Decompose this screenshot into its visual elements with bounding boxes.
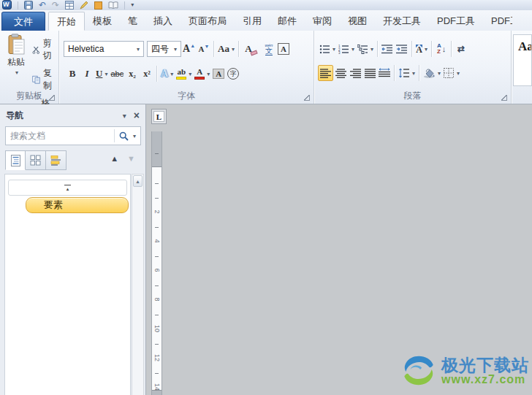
collapse-icon: ▴ bbox=[64, 185, 71, 191]
multilevel-list-button[interactable]: ▾ bbox=[356, 41, 375, 57]
next-result-icon[interactable]: ▼ bbox=[127, 154, 135, 163]
tab-stop-selector[interactable]: L bbox=[151, 109, 167, 124]
close-icon[interactable]: × bbox=[134, 110, 140, 120]
borders-button[interactable]: ▾ bbox=[442, 65, 461, 81]
character-border-button[interactable]: A bbox=[276, 41, 291, 57]
previous-result-icon[interactable]: ▲ bbox=[110, 154, 118, 163]
save-icon[interactable] bbox=[24, 0, 33, 9]
tab-stop-glyph: L bbox=[156, 112, 162, 121]
qat-customize-dropdown-icon[interactable]: ▾ bbox=[131, 0, 134, 9]
italic-glyph: I bbox=[85, 68, 88, 80]
highlight-color-button[interactable]: ab▾ bbox=[175, 66, 193, 82]
align-center-button[interactable] bbox=[333, 65, 348, 81]
font-name-combo[interactable]: Helvetica ▾ bbox=[64, 41, 144, 57]
underline-button[interactable]: U▾ bbox=[94, 66, 109, 82]
sort-button[interactable]: AZ ↓ bbox=[434, 41, 449, 57]
book-icon[interactable] bbox=[108, 0, 118, 9]
superscript-button[interactable]: x² bbox=[140, 66, 154, 82]
change-case-button[interactable]: Aa▾ bbox=[216, 41, 236, 57]
scissors-icon bbox=[32, 45, 40, 55]
redo-icon[interactable]: ↷ bbox=[52, 0, 59, 9]
paragraph-dialog-launcher-icon[interactable] bbox=[501, 95, 507, 101]
increase-indent-button[interactable] bbox=[395, 41, 409, 57]
tab-view[interactable]: 视图 bbox=[340, 12, 375, 31]
browse-results-tab[interactable] bbox=[46, 150, 66, 170]
divider bbox=[156, 66, 157, 82]
align-left-button[interactable] bbox=[318, 65, 333, 81]
paragraph-group-label: 段落 bbox=[314, 90, 511, 102]
highlight-block-icon[interactable] bbox=[94, 0, 102, 9]
grow-font-button[interactable]: A▲ bbox=[181, 41, 197, 57]
chevron-down-icon: ▾ bbox=[332, 46, 335, 53]
numbering-button[interactable]: 123 ▾ bbox=[337, 41, 356, 57]
strikethrough-button[interactable]: abc bbox=[109, 66, 125, 82]
formatting-marks-icon: ⇄ bbox=[457, 44, 465, 54]
tab-review[interactable]: 审阅 bbox=[305, 12, 340, 31]
bullets-button[interactable]: ▾ bbox=[318, 41, 337, 57]
nav-scrollbar[interactable]: ▲ bbox=[132, 174, 144, 395]
bold-button[interactable]: B bbox=[65, 66, 80, 82]
phonetic-guide-button[interactable]: wén文 bbox=[262, 41, 276, 57]
tab-pdf-tools-2[interactable]: PDF工具 bbox=[483, 12, 512, 31]
tab-insert[interactable]: 插入 bbox=[145, 12, 180, 31]
tab-file[interactable]: 文件 bbox=[1, 12, 45, 31]
font-dialog-launcher-icon[interactable] bbox=[304, 95, 310, 101]
collapse-heading-item[interactable]: ▴ bbox=[8, 180, 127, 196]
tiny-down-arrow-icon: ▼ bbox=[205, 44, 210, 49]
character-shading-button[interactable]: A bbox=[211, 66, 226, 82]
enclose-characters-button[interactable]: 字 bbox=[226, 66, 240, 82]
tab-page-layout[interactable]: 页面布局 bbox=[180, 12, 235, 31]
pane-options-dropdown-icon[interactable]: ▾ bbox=[123, 112, 126, 120]
divider bbox=[18, 1, 18, 9]
text-effects-button[interactable]: A▾ bbox=[159, 66, 175, 82]
undo-icon[interactable]: ↶ bbox=[39, 0, 46, 9]
table-icon[interactable] bbox=[65, 0, 74, 9]
decrease-indent-button[interactable] bbox=[380, 41, 395, 57]
search-button[interactable]: ▾ bbox=[115, 131, 140, 141]
browse-headings-tab[interactable] bbox=[5, 150, 26, 170]
align-right-button[interactable] bbox=[348, 65, 362, 81]
shrink-font-button[interactable]: A▼ bbox=[197, 41, 211, 57]
decrease-indent-icon bbox=[381, 45, 393, 54]
paste-button[interactable]: 粘贴 ▾ bbox=[2, 34, 30, 89]
line-spacing-button[interactable]: ▾ bbox=[397, 65, 417, 81]
tab-mailings[interactable]: 邮件 bbox=[270, 12, 305, 31]
scroll-up-button[interactable]: ▲ bbox=[133, 175, 142, 187]
tab-template[interactable]: 模板 bbox=[85, 12, 120, 31]
sort-icon: AZ bbox=[437, 43, 441, 55]
edit-pencil-icon[interactable] bbox=[80, 0, 88, 9]
copy-button[interactable]: 复制 bbox=[31, 66, 58, 93]
distribute-button[interactable] bbox=[377, 65, 392, 81]
show-marks-button[interactable]: ⇄ bbox=[454, 41, 468, 57]
quick-access-toolbar: W ↶ ↷ ▾ bbox=[0, 0, 532, 10]
tab-pen[interactable]: 笔 bbox=[120, 12, 145, 31]
cut-button[interactable]: 剪切 bbox=[31, 37, 58, 63]
paint-bucket-icon bbox=[423, 68, 436, 78]
word-logo-icon[interactable]: W bbox=[2, 0, 12, 9]
asian-layout-button[interactable]: A▾ bbox=[414, 41, 429, 57]
italic-button[interactable]: I bbox=[80, 66, 94, 82]
chevron-down-icon: ▾ bbox=[207, 71, 210, 77]
style-gallery-item[interactable]: Aa bbox=[513, 34, 532, 86]
navigation-pane-title: 导航 bbox=[6, 110, 23, 122]
tab-pdf-tools[interactable]: PDF工具 bbox=[429, 12, 483, 31]
divider bbox=[213, 41, 214, 57]
tab-home[interactable]: 开始 bbox=[48, 12, 85, 31]
subscript-glyph: x₂ bbox=[129, 69, 136, 80]
bold-glyph: B bbox=[69, 68, 76, 80]
tab-developer[interactable]: 开发工具 bbox=[375, 12, 429, 31]
borders-icon bbox=[444, 68, 455, 78]
search-input[interactable] bbox=[6, 131, 114, 141]
font-size-combo[interactable]: 四号 ▾ bbox=[147, 41, 181, 57]
ribbon: 粘贴 ▾ 剪切 复制 格式刷 剪贴板 bbox=[0, 31, 532, 104]
shading-button[interactable]: ▾ bbox=[422, 65, 442, 81]
heading-item-selected[interactable]: 要素 bbox=[26, 197, 129, 213]
browse-pages-tab[interactable] bbox=[26, 150, 46, 170]
justify-button[interactable] bbox=[362, 65, 377, 81]
tab-references[interactable]: 引用 bbox=[235, 12, 270, 31]
font-color-button[interactable]: A▾ bbox=[193, 66, 211, 82]
chevron-down-icon: ▾ bbox=[174, 46, 177, 53]
subscript-button[interactable]: x₂ bbox=[125, 66, 140, 82]
clear-formatting-button[interactable]: A bbox=[241, 41, 256, 57]
clipboard-dialog-launcher-icon[interactable] bbox=[49, 95, 55, 101]
